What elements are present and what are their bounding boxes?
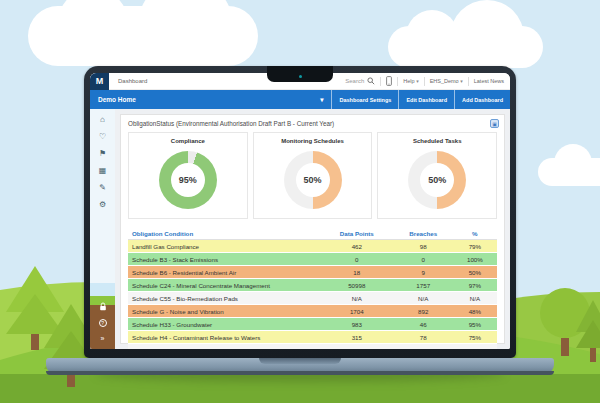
dashboard-selector-label: Demo Home xyxy=(98,96,136,103)
percent-cell: 97% xyxy=(453,279,497,292)
data-points-cell: 315 xyxy=(320,331,394,344)
obligation-cell: Landfill Gas Compliance xyxy=(128,240,320,253)
user-menu[interactable]: EHS_Demo ▾ xyxy=(430,78,463,84)
chart-title: Scheduled Tasks xyxy=(413,138,462,144)
add-dashboard-button[interactable]: Add Dashboard xyxy=(454,90,510,109)
data-points-cell: 462 xyxy=(320,240,394,253)
panel-expand-icon[interactable]: ▣ xyxy=(490,119,499,128)
laptop-screen: M Dashboard Search Help ▾ EHS_Demo ▾ Lat… xyxy=(84,66,516,358)
app-logo: M xyxy=(90,73,109,90)
percent-cell: 48% xyxy=(453,305,497,318)
col-data-points: Data Points xyxy=(320,228,394,240)
table-header-row: Obligation Condition Data Points Breache… xyxy=(128,228,497,240)
breaches-cell: 9 xyxy=(394,266,453,279)
divider xyxy=(424,77,425,86)
data-points-cell: N/A xyxy=(320,344,394,350)
sidebar-scene: ? » xyxy=(90,283,115,349)
percent-cell: 95% xyxy=(453,318,497,331)
laptop-base-edge xyxy=(46,371,554,375)
dashboard-selector[interactable]: Demo Home ▾ xyxy=(90,90,331,109)
breaches-cell: 0 xyxy=(394,253,453,266)
donut-value: 50% xyxy=(303,175,321,185)
home-icon[interactable]: ⌂ xyxy=(100,116,105,124)
heart-icon[interactable]: ♡ xyxy=(99,133,106,141)
obligation-table: Obligation Condition Data Points Breache… xyxy=(128,228,497,349)
table-row: Schedule H4 - Contaminant Release to Wat… xyxy=(128,331,497,344)
expand-icon[interactable]: » xyxy=(101,335,105,342)
edit-dashboard-button[interactable]: Edit Dashboard xyxy=(398,90,454,109)
obligation-cell: Schedule B3 - Stack Emissions xyxy=(128,253,320,266)
latest-news-link[interactable]: Latest News xyxy=(474,78,504,84)
col-percent: % xyxy=(453,228,497,240)
main-area: ObligationStatus (Environmental Authoris… xyxy=(115,109,510,349)
data-points-cell: 50998 xyxy=(320,279,394,292)
screen-body: ⌂ ♡ ⚑ ▦ ✎ ⚙ ? » ObligationStatus xyxy=(90,109,510,349)
breaches-cell: 78 xyxy=(394,331,453,344)
search-input[interactable]: Search xyxy=(345,77,375,85)
obligation-status-panel: ObligationStatus (Environmental Authoris… xyxy=(120,114,505,344)
flag-icon[interactable]: ⚑ xyxy=(99,150,106,158)
breaches-cell: 46 xyxy=(394,318,453,331)
mobile-icon[interactable] xyxy=(386,76,392,86)
compliance-donut-chart: 95% xyxy=(159,151,217,209)
breaches-cell: 892 xyxy=(394,305,453,318)
scene-canvas: { "scene": { "sky_color": "#d5eaf6", "gr… xyxy=(0,0,600,403)
screen-content: M Dashboard Search Help ▾ EHS_Demo ▾ Lat… xyxy=(90,73,510,349)
data-points-cell: 18 xyxy=(320,266,394,279)
percent-cell: 100% xyxy=(453,253,497,266)
chevron-down-icon: ▾ xyxy=(460,78,463,84)
grid-icon[interactable]: ▦ xyxy=(99,167,107,175)
percent-cell: N/A xyxy=(453,292,497,305)
cloud xyxy=(388,26,543,68)
chevron-down-icon: ▾ xyxy=(320,96,323,104)
obligation-cell: Schedule G - Noise and Vibration xyxy=(128,305,320,318)
sidebar: ⌂ ♡ ⚑ ▦ ✎ ⚙ ? » xyxy=(90,109,115,349)
table-row: Schedule B6 - Residential Ambient Air189… xyxy=(128,266,497,279)
search-placeholder: Search xyxy=(345,78,364,84)
search-icon[interactable] xyxy=(367,77,375,85)
table-row: Schedule C55 - Bio-Remediation PadsN/AN/… xyxy=(128,292,497,305)
chart-title: Monitoring Schedules xyxy=(281,138,344,144)
dashboard-settings-button[interactable]: Dashboard Settings xyxy=(331,90,398,109)
laptop-base-notch xyxy=(259,358,341,364)
breadcrumb: Dashboard xyxy=(118,78,147,84)
panel-title: ObligationStatus (Environmental Authoris… xyxy=(128,120,497,127)
breaches-cell: N/A xyxy=(394,292,453,305)
lock-icon[interactable] xyxy=(99,302,107,311)
help-circle-icon[interactable]: ? xyxy=(99,319,107,327)
camera-icon xyxy=(299,75,302,78)
table-row: Schedule B3 - Stack Emissions00100% xyxy=(128,253,497,266)
obligation-cell: Schedule C24 - Mineral Concentrate Manag… xyxy=(128,279,320,292)
table-row: Landfill Gas Compliance4629879% xyxy=(128,240,497,253)
gears-icon[interactable]: ⚙ xyxy=(99,201,106,209)
divider xyxy=(380,77,381,86)
monitoring-donut-chart: 50% xyxy=(284,151,342,209)
data-points-cell: 983 xyxy=(320,318,394,331)
laptop-base xyxy=(46,358,554,375)
chart-card-compliance: Compliance 95% xyxy=(128,132,248,219)
obligation-cell: Schedule C55 - Bio-Remediation Pads xyxy=(128,292,320,305)
obligation-cell: Schedule I - Sewage Treatment xyxy=(128,344,320,350)
help-menu[interactable]: Help ▾ xyxy=(403,78,418,84)
edit-icon[interactable]: ✎ xyxy=(99,184,106,192)
charts-row: Compliance 95% Monitoring Schedules 50% xyxy=(128,132,497,219)
table-row: Schedule C24 - Mineral Concentrate Manag… xyxy=(128,279,497,292)
percent-cell: N/A xyxy=(453,344,497,350)
divider xyxy=(468,77,469,86)
pine-tree xyxy=(576,300,600,362)
col-obligation-condition: Obligation Condition xyxy=(128,228,320,240)
chart-card-monitoring: Monitoring Schedules 50% xyxy=(253,132,373,219)
cloud xyxy=(538,158,600,186)
chart-card-scheduled: Scheduled Tasks 50% xyxy=(377,132,497,219)
laptop-notch xyxy=(267,66,333,82)
donut-value: 95% xyxy=(179,175,197,185)
data-points-cell: N/A xyxy=(320,292,394,305)
table-row: Schedule I - Sewage TreatmentN/AN/AN/A xyxy=(128,344,497,350)
dashboard-bar: Demo Home ▾ Dashboard Settings Edit Dash… xyxy=(90,90,510,109)
donut-value: 50% xyxy=(428,175,446,185)
data-points-cell: 1704 xyxy=(320,305,394,318)
table-row: Schedule H33 - Groundwater9834695% xyxy=(128,318,497,331)
obligation-cell: Schedule H4 - Contaminant Release to Wat… xyxy=(128,331,320,344)
scheduled-donut-chart: 50% xyxy=(408,151,466,209)
divider xyxy=(397,77,398,86)
